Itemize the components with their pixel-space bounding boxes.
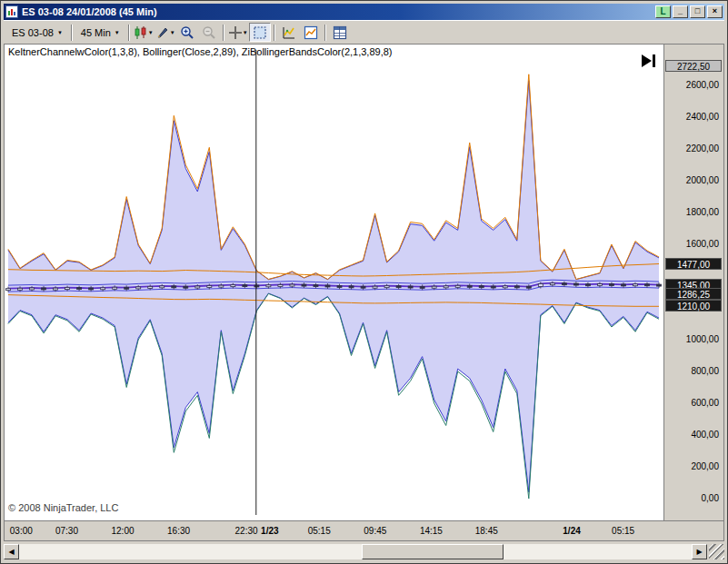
candle-body (597, 284, 602, 286)
candle-body (491, 286, 495, 288)
price-axis[interactable]: 2600,002400,002200,002000,001800,001600,… (663, 45, 723, 520)
y-axis-label: 2600,00 (686, 80, 719, 90)
band-lower-edge-line (8, 293, 659, 492)
minimize-button[interactable]: _ (673, 5, 688, 18)
candle-body (361, 286, 365, 288)
toolbar-separator (71, 25, 73, 41)
maximize-button[interactable]: □ (690, 5, 705, 18)
candle-body (42, 288, 46, 290)
selection-box-icon (253, 25, 267, 40)
candle-body (231, 285, 235, 287)
indicators-button[interactable] (278, 23, 300, 42)
candle-body (420, 286, 424, 288)
toolbar-separator (223, 25, 224, 41)
chart-window: ES 03-08 24/01/2008 (45 Min) L _ □ × ES … (0, 0, 728, 564)
candle-body (644, 284, 649, 286)
y-axis-label: 1600,00 (686, 239, 719, 249)
toolbar-separator (274, 25, 275, 41)
interval-dropdown[interactable]: 45 Min ▼ (75, 25, 125, 41)
chart-plot[interactable]: KeltnerChannelwColor(1,3,8), Bollinger(C… (5, 45, 663, 520)
y-axis-label: 400,00 (691, 430, 719, 440)
range-upper-line (8, 74, 659, 280)
candle-body (585, 284, 590, 286)
zoom-in-icon (180, 25, 194, 40)
draw-tool-button[interactable]: ▼ (155, 23, 176, 42)
time-axis[interactable]: 03:0007:3012:0016:3022:301/2305:1509:451… (5, 520, 723, 540)
candle-body (373, 286, 377, 288)
chart-area: KeltnerChannelwColor(1,3,8), Bollinger(C… (4, 44, 724, 541)
time-label: 03:00 (10, 526, 33, 536)
candle-body (467, 285, 472, 287)
chart-body: KeltnerChannelwColor(1,3,8), Bollinger(C… (5, 45, 723, 520)
y-axis-label: 2000,00 (686, 175, 719, 185)
region-select-button[interactable] (249, 23, 271, 42)
time-label: 14:15 (420, 526, 443, 536)
candle-body (573, 283, 578, 285)
chart-link-button[interactable]: L (655, 5, 671, 18)
candle-body (657, 284, 662, 286)
time-label: 16:30 (167, 526, 190, 536)
play-icon (642, 54, 652, 67)
candle-body (243, 285, 247, 287)
candle-body (254, 285, 259, 287)
chart-panel-button[interactable] (300, 23, 322, 42)
price-badge: 1210,00 (665, 300, 722, 312)
indicator-label: KeltnerChannelwColor(1,3,8), Bollinger(C… (8, 46, 393, 57)
crosshair-button[interactable]: ▼ (227, 23, 249, 42)
scroll-left-button[interactable]: ◀ (4, 544, 19, 559)
candle-body (54, 288, 58, 290)
close-button[interactable]: × (707, 5, 723, 18)
candle-body (65, 288, 70, 290)
y-axis-label: 2200,00 (686, 143, 719, 153)
chevron-down-icon: ▼ (57, 30, 63, 35)
candle-body (18, 288, 23, 290)
data-box-button[interactable] (329, 23, 351, 42)
y-axis-label: 2400,00 (686, 112, 719, 122)
candle-body (396, 286, 401, 288)
chevron-down-icon: ▼ (115, 30, 120, 35)
candle-body (136, 287, 141, 289)
toolbar-separator (324, 25, 326, 41)
bar-icon (653, 54, 655, 67)
zoom-out-button[interactable] (198, 23, 220, 42)
range-lower-line (8, 293, 659, 499)
y-axis-label: 800,00 (691, 366, 719, 376)
candle-body (6, 289, 11, 291)
go-to-end-button[interactable] (640, 54, 658, 68)
time-label: 07:30 (55, 526, 78, 536)
candle-body (514, 286, 519, 288)
zoom-out-icon (202, 25, 216, 40)
candle-body (314, 285, 318, 287)
candle-body (444, 286, 448, 288)
candle-body (302, 284, 306, 286)
chart-style-button[interactable]: ▼ (133, 23, 155, 42)
title-bar: ES 03-08 24/01/2008 (45 Min) L _ □ × (4, 4, 724, 20)
window-icon (5, 5, 18, 18)
zoom-in-button[interactable] (176, 23, 198, 42)
time-label: 18:45 (475, 526, 498, 536)
scroll-track[interactable] (19, 544, 692, 559)
price-badge: 1477,00 (665, 258, 722, 270)
candlestick-icon (134, 25, 148, 40)
candle-body (479, 286, 484, 288)
time-label: 1/23 (261, 526, 278, 536)
chevron-down-icon: ▼ (148, 30, 154, 35)
scroll-thumb[interactable] (362, 544, 503, 559)
candle-body (538, 283, 543, 286)
time-label: 22:30 (235, 526, 258, 536)
chevron-down-icon: ▼ (170, 30, 175, 35)
candle-body (349, 286, 354, 288)
instrument-dropdown[interactable]: ES 03-08 ▼ (6, 25, 68, 41)
candle-body (432, 286, 436, 288)
candle-body (77, 288, 82, 290)
interval-label: 45 Min (81, 27, 111, 38)
price-badge: 1286,25 (665, 288, 722, 300)
scroll-right-button[interactable]: ▶ (692, 544, 707, 559)
resize-grip-icon[interactable] (709, 544, 724, 559)
candle-body (113, 287, 117, 289)
time-label: 1/24 (563, 526, 580, 536)
chevron-down-icon: ▼ (243, 30, 248, 35)
candle-body (266, 285, 271, 287)
time-label: 09:45 (364, 526, 386, 536)
price-badge: 2722,50 (665, 60, 722, 72)
